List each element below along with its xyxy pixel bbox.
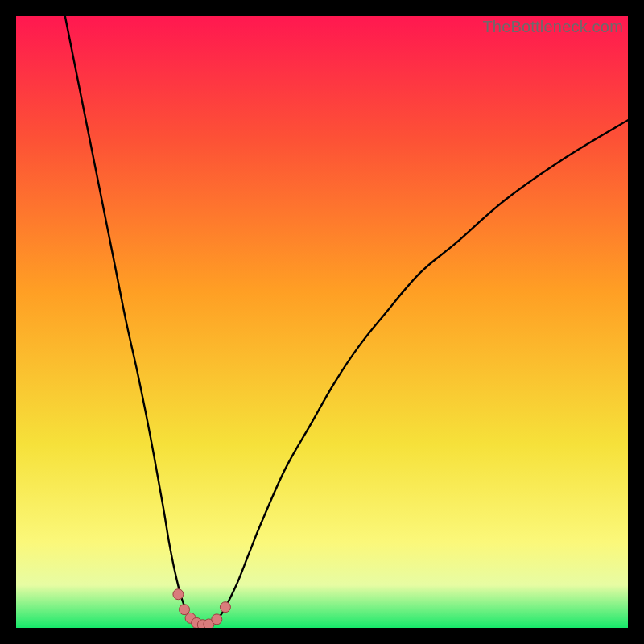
sample-dot <box>173 589 184 600</box>
bottleneck-chart <box>16 16 628 628</box>
sample-dot <box>212 614 222 625</box>
chart-frame: TheBottleneck.com <box>16 16 628 628</box>
sample-dot <box>220 602 230 613</box>
watermark-text: TheBottleneck.com <box>482 18 623 36</box>
gradient-background <box>16 16 628 628</box>
